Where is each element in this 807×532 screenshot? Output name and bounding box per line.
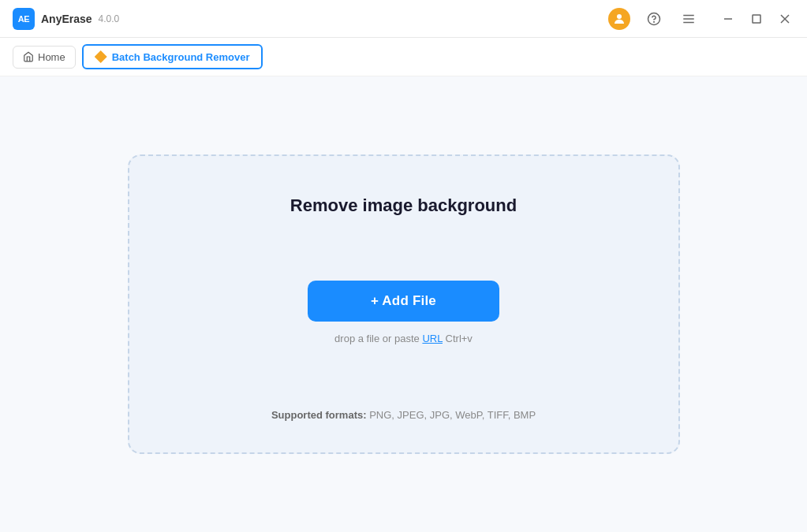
add-file-button[interactable]: + Add File xyxy=(308,281,499,322)
title-bar: AE AnyErase 4.0.0 xyxy=(0,0,807,38)
minimize-button[interactable] xyxy=(719,9,738,28)
help-icon[interactable] xyxy=(643,8,665,30)
app-version: 4.0.0 xyxy=(99,13,120,24)
menu-icon[interactable] xyxy=(678,8,700,30)
svg-point-0 xyxy=(617,14,622,19)
svg-point-2 xyxy=(654,21,655,22)
drop-hint: drop a file or paste URL Ctrl+v xyxy=(334,333,473,344)
window-controls xyxy=(719,9,794,28)
supported-formats: Supported formats: PNG, JPEG, JPG, WebP,… xyxy=(271,409,536,421)
nav-bar: Home Batch Background Remover xyxy=(0,38,807,76)
app-logo: AE xyxy=(13,8,35,30)
title-bar-left: AE AnyErase 4.0.0 xyxy=(13,8,119,30)
diamond-icon xyxy=(95,50,107,63)
user-avatar-icon[interactable] xyxy=(608,8,630,30)
supported-formats-label: Supported formats: xyxy=(271,409,367,421)
svg-rect-7 xyxy=(753,15,760,23)
supported-formats-value: PNG, JPEG, JPG, WebP, TIFF, BMP xyxy=(367,409,536,421)
home-nav-button[interactable]: Home xyxy=(13,46,76,69)
batch-bg-remover-tab[interactable]: Batch Background Remover xyxy=(82,44,263,69)
drop-hint-suffix: Ctrl+v xyxy=(443,333,473,344)
close-button[interactable] xyxy=(775,9,794,28)
maximize-button[interactable] xyxy=(747,9,766,28)
main-content: Remove image background + Add File drop … xyxy=(0,76,807,532)
drop-zone-title: Remove image background xyxy=(290,195,517,216)
drop-zone-middle: + Add File drop a file or paste URL Ctrl… xyxy=(308,281,499,344)
url-link[interactable]: URL xyxy=(422,333,443,344)
home-nav-label: Home xyxy=(38,51,65,63)
active-tab-label: Batch Background Remover xyxy=(112,51,250,63)
drop-zone[interactable]: Remove image background + Add File drop … xyxy=(128,154,680,454)
drop-hint-text: drop a file or paste xyxy=(334,333,422,344)
app-name: AnyErase xyxy=(41,13,92,25)
title-bar-right xyxy=(608,8,794,30)
